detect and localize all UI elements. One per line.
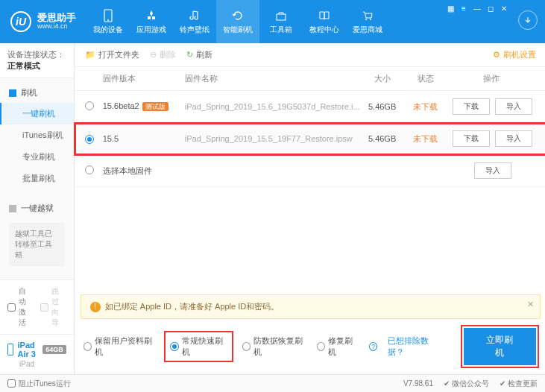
sidebar-item-batch-flash[interactable]: 批量刷机 bbox=[0, 168, 74, 189]
nav-apps[interactable]: 应用游戏 bbox=[130, 0, 173, 43]
firmware-status: 未下载 bbox=[405, 101, 447, 113]
svg-rect-2 bbox=[277, 14, 286, 20]
import-button[interactable]: 导入 bbox=[474, 162, 511, 179]
nav-tutorials[interactable]: 教程中心 bbox=[303, 0, 346, 43]
exclude-data-link[interactable]: 已想排除数据？ bbox=[388, 335, 441, 358]
sidebar-item-oneclick-flash[interactable]: 一键刷机 bbox=[0, 103, 74, 124]
wechat-icon: ✔ bbox=[444, 379, 450, 388]
refresh-icon: ↻ bbox=[186, 50, 193, 60]
jailbreak-moved-note: 越狱工具已转移至工具箱 bbox=[9, 223, 65, 266]
row-radio[interactable] bbox=[85, 135, 94, 144]
svg-point-1 bbox=[107, 19, 109, 21]
nav-ringtones[interactable]: 铃声壁纸 bbox=[173, 0, 216, 43]
window-skin-icon[interactable]: ≡ bbox=[459, 3, 469, 13]
sidebar-group-flash[interactable]: 刷机 bbox=[0, 83, 74, 103]
close-icon[interactable]: ✕ bbox=[527, 300, 534, 309]
import-button[interactable]: 导入 bbox=[495, 130, 532, 147]
local-firmware-label: 选择本地固件 bbox=[103, 165, 231, 177]
firmware-row[interactable]: 15.6beta2测试版 iPad_Spring_2019_15.6_19G50… bbox=[75, 91, 545, 123]
nav-flash[interactable]: 智能刷机 bbox=[216, 0, 259, 43]
option-keep-data[interactable]: 保留用户资料刷机 bbox=[84, 335, 156, 358]
help-icon[interactable]: ? bbox=[369, 342, 377, 351]
sidebar: 设备连接状态：正常模式 刷机 一键刷机 iTunes刷机 专业刷机 批量刷机 一… bbox=[0, 43, 75, 374]
window-close-icon[interactable]: ✕ bbox=[499, 3, 509, 13]
phone-icon bbox=[101, 9, 115, 22]
update-icon: ✔ bbox=[500, 379, 505, 388]
flash-settings-button[interactable]: ⚙刷机设置 bbox=[493, 49, 536, 60]
svg-point-3 bbox=[365, 19, 367, 20]
firmware-version: 15.6beta2 bbox=[103, 101, 139, 110]
info-icon: ! bbox=[90, 302, 101, 312]
window-menu-icon[interactable]: ▦ bbox=[445, 3, 456, 13]
sidebar-item-itunes-flash[interactable]: iTunes刷机 bbox=[0, 124, 74, 146]
option-recovery[interactable]: 防数据恢复刷机 bbox=[242, 335, 306, 358]
delete-button[interactable]: ⊖删除 bbox=[150, 49, 176, 60]
sidebar-group-jailbreak[interactable]: 一键越狱 bbox=[0, 198, 74, 218]
toolbox-icon bbox=[274, 9, 288, 22]
skip-guide-checkbox[interactable]: 跳过向导 bbox=[40, 286, 66, 328]
top-nav: 我的设备 应用游戏 铃声壁纸 智能刷机 工具箱 教程中心 爱思商城 bbox=[86, 0, 439, 43]
auto-activate-checkbox[interactable]: 自动激活 bbox=[7, 286, 33, 328]
firmware-name: iPad_Spring_2019_15.6_19G5037d_Restore.i… bbox=[185, 102, 360, 111]
download-button[interactable]: 下载 bbox=[453, 98, 490, 115]
nav-label: 应用游戏 bbox=[136, 25, 166, 35]
delete-icon: ⊖ bbox=[150, 50, 157, 60]
nav-label: 智能刷机 bbox=[223, 25, 253, 35]
import-button[interactable]: 导入 bbox=[495, 98, 532, 115]
download-button[interactable]: 下载 bbox=[453, 130, 490, 147]
firmware-status: 未下载 bbox=[405, 133, 447, 145]
nav-my-device[interactable]: 我的设备 bbox=[86, 0, 130, 43]
check-update-link[interactable]: ✔检查更新 bbox=[500, 379, 538, 389]
app-name: 爱思助手 bbox=[37, 13, 76, 23]
firmware-name: iPad_Spring_2019_15.5_19F77_Restore.ipsw bbox=[185, 134, 360, 143]
option-normal-fast[interactable]: 常规快速刷机 bbox=[166, 332, 231, 361]
svg-point-4 bbox=[370, 19, 371, 20]
version-label: V7.98.61 bbox=[403, 379, 433, 388]
app-url: www.i4.cn bbox=[37, 23, 76, 31]
firmware-row-selected[interactable]: 15.5 iPad_Spring_2019_15.5_19F77_Restore… bbox=[75, 123, 545, 155]
logo-icon: iU bbox=[10, 11, 31, 32]
row-radio[interactable] bbox=[85, 101, 94, 110]
refresh-button[interactable]: ↻刷新 bbox=[186, 49, 212, 60]
app-logo: iU 爱思助手 www.i4.cn bbox=[0, 0, 86, 43]
nav-label: 我的设备 bbox=[93, 25, 123, 35]
device-card[interactable]: iPad Air 364GB iPad bbox=[0, 334, 74, 374]
music-icon bbox=[188, 9, 201, 22]
table-header: 固件版本 固件名称 大小 状态 操作 bbox=[75, 67, 545, 91]
cart-icon bbox=[361, 9, 374, 22]
block-itunes-checkbox[interactable]: 阻止iTunes运行 bbox=[7, 379, 71, 389]
nav-label: 工具箱 bbox=[270, 25, 292, 35]
nav-label: 教程中心 bbox=[309, 25, 339, 35]
window-max-icon[interactable]: ◻ bbox=[485, 3, 496, 13]
firmware-version: 15.5 bbox=[103, 134, 119, 143]
nav-label: 爱思商城 bbox=[353, 25, 382, 35]
book-icon bbox=[318, 9, 331, 22]
option-repair[interactable]: 修复刷机 bbox=[317, 335, 359, 358]
open-folder-button[interactable]: 📁打开文件夹 bbox=[85, 49, 139, 60]
firmware-size: 5.46GB bbox=[360, 102, 405, 111]
nav-label: 铃声壁纸 bbox=[180, 25, 210, 35]
beta-tag: 测试版 bbox=[142, 102, 168, 111]
folder-icon: 📁 bbox=[85, 50, 95, 60]
nav-store[interactable]: 爱思商城 bbox=[346, 0, 389, 43]
download-manager-icon[interactable] bbox=[518, 10, 538, 30]
wechat-link[interactable]: ✔微信公众号 bbox=[444, 379, 489, 389]
refresh-icon bbox=[231, 9, 245, 22]
device-name: iPad Air 3 bbox=[18, 341, 39, 358]
device-type: iPad bbox=[19, 360, 66, 368]
apple-id-notice: ! 如已绑定 Apple ID，请准备好 Apple ID和密码。 ✕ bbox=[81, 294, 541, 319]
storage-badge: 64GB bbox=[42, 345, 66, 354]
sidebar-item-pro-flash[interactable]: 专业刷机 bbox=[0, 146, 74, 168]
window-min-icon[interactable]: — bbox=[472, 3, 482, 13]
app-icon bbox=[145, 9, 158, 22]
local-firmware-row[interactable]: 选择本地固件 导入 bbox=[75, 155, 545, 187]
firmware-size: 5.46GB bbox=[360, 134, 405, 143]
row-radio[interactable] bbox=[85, 165, 94, 174]
gear-icon: ⚙ bbox=[493, 50, 500, 60]
flash-now-button[interactable]: 立即刷机 bbox=[464, 328, 536, 365]
nav-toolbox[interactable]: 工具箱 bbox=[259, 0, 303, 43]
connection-status: 设备连接状态：正常模式 bbox=[0, 43, 74, 78]
